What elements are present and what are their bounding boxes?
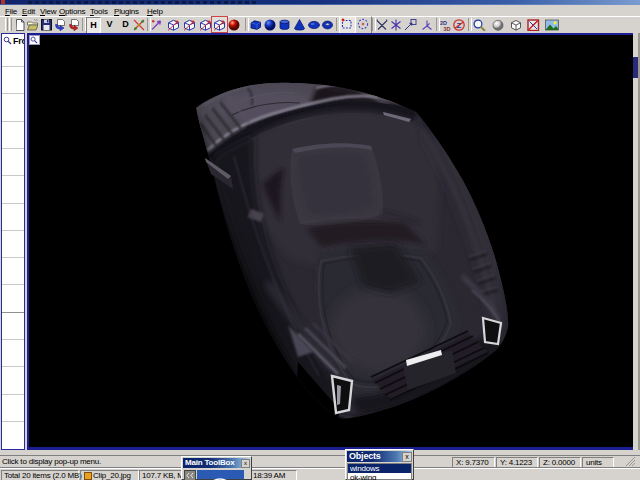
- svg-text:3D: 3D: [444, 26, 451, 32]
